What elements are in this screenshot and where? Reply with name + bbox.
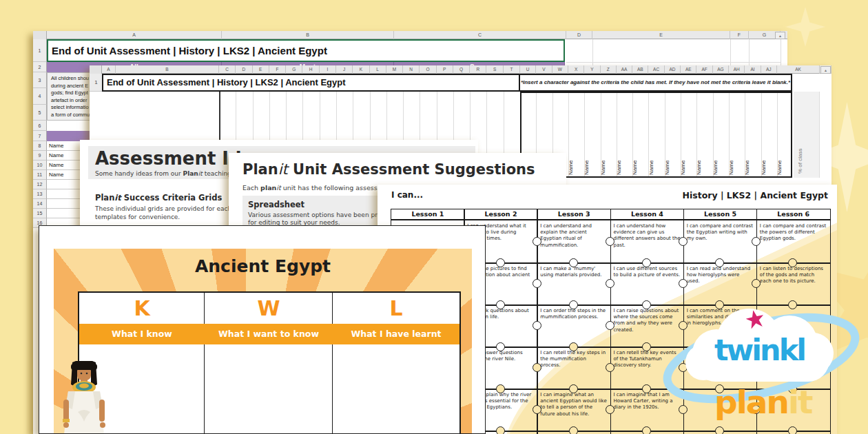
- puzzle-tab: [496, 300, 505, 309]
- criteria-cell-r5c4: I can imagine that I am Howard Carter, w…: [610, 389, 685, 432]
- column-header-Y: Y: [584, 65, 600, 74]
- puzzle-tab: [496, 258, 505, 267]
- criteria-cell-r4c3: I can retell the key steps in the mummif…: [537, 347, 611, 390]
- kwl-subheading-learnt: What I have learnt: [333, 324, 459, 344]
- rotated-name-label: Name: [583, 161, 590, 175]
- criteria-cell-r5c5: [683, 389, 758, 432]
- puzzle-tab: [569, 342, 578, 351]
- puzzle-tab: [569, 258, 578, 267]
- puzzle-tab: [569, 426, 578, 434]
- ican-header: I can...: [391, 190, 423, 200]
- puzzle-tab: [642, 384, 651, 393]
- puzzle-tab: [788, 300, 797, 309]
- ican-unit-title: History | LKS2 | Ancient Egypt: [683, 190, 828, 200]
- row-number-15: 15: [33, 209, 47, 218]
- column-header-J: J: [336, 65, 353, 74]
- row-number-6: 6: [33, 121, 47, 131]
- column-header-N: N: [403, 65, 420, 74]
- column-header-AI: AI: [745, 65, 761, 74]
- row-number-12: 12: [33, 180, 47, 189]
- column-header-AD: AD: [665, 65, 681, 74]
- column-header-M: M: [386, 65, 403, 74]
- column-header-C: C: [394, 31, 566, 39]
- brand-it: it: [114, 193, 121, 203]
- column-header-A: A: [47, 31, 222, 39]
- row-number-14: 14: [33, 199, 47, 209]
- rotated-name-label: Name: [712, 161, 719, 175]
- column-header-L: L: [370, 65, 386, 74]
- puzzle-tab: [788, 342, 797, 351]
- column-header-B: B: [222, 31, 394, 39]
- puzzle-tab: [715, 258, 724, 267]
- lesson-header-1: Lesson 1: [391, 209, 465, 220]
- criteria-cell-r2c6: I can listen to descriptions of the gods…: [756, 262, 831, 306]
- sheet-front-title-cell: End of Unit Assessment | History | LKS2 …: [102, 74, 520, 92]
- lesson-header-2: Lesson 2: [464, 209, 538, 220]
- column-header-E: E: [592, 31, 730, 39]
- criteria-cell-r4c4: I can retell the key events of the Tutan…: [610, 347, 685, 390]
- column-header-AB: AB: [632, 65, 648, 74]
- puzzle-tab: [715, 426, 724, 434]
- puzzle-tab: [642, 426, 651, 434]
- column-header-AF: AF: [696, 65, 712, 74]
- brand-plan: Plan: [242, 161, 278, 178]
- puzzle-tab: [606, 237, 614, 246]
- egyptian-character-illustration: [59, 361, 110, 434]
- rotated-name-label: Name: [696, 161, 702, 175]
- criteria-cell-r3c3: I can order the steps in the mummificati…: [537, 304, 611, 348]
- puzzle-tab: [533, 363, 541, 372]
- sheet-back-title-cell: End of Unit Assessment | History | LKS2 …: [47, 39, 565, 62]
- column-header-S: S: [486, 65, 503, 74]
- ideas-section-heading-text: Success Criteria Grids: [121, 193, 222, 203]
- suggestions-title-text: Unit Assessment Suggestions: [288, 161, 535, 178]
- column-header-U: U: [520, 65, 536, 74]
- puzzle-tab: [533, 237, 541, 246]
- brand-plan: Plan: [95, 193, 114, 203]
- kwl-subheading-band: What I know What I want to know What I h…: [79, 324, 459, 344]
- spreadsheet-section-heading: Spreadsheet: [248, 200, 304, 209]
- rotated-name-label: Name: [776, 161, 783, 175]
- column-header-AC: AC: [648, 65, 664, 74]
- column-header-O: O: [420, 65, 436, 74]
- rotated-name-label: Name: [632, 161, 638, 175]
- lesson-header-3: Lesson 3: [537, 209, 611, 220]
- brand-plan: Plan: [183, 170, 198, 177]
- ideas-subtitle-text: Some handy ideas from our: [95, 170, 183, 177]
- suggestions-title: Planit Unit Assessment Suggestions: [242, 161, 535, 178]
- puzzle-tab: [642, 342, 651, 351]
- row-number-2: 2: [33, 62, 47, 72]
- puzzle-tab: [788, 258, 797, 267]
- row-number-4: 4: [33, 88, 47, 105]
- puzzle-tab: [606, 321, 614, 330]
- suggestions-subtitle-text: Each: [242, 184, 260, 192]
- criteria-cell-r3c4: I can raise questions about where the so…: [610, 304, 685, 348]
- puzzle-tab: [606, 279, 614, 288]
- row-number-9: 9: [33, 151, 47, 161]
- kwl-title: Ancient Egypt: [54, 256, 472, 276]
- criteria-cell-r5c6: [756, 389, 831, 432]
- column-header-X: X: [568, 65, 584, 74]
- rotated-name-label: Name: [616, 161, 622, 175]
- criteria-cell-r1c6: I can compare and contrast the powers of…: [756, 220, 831, 264]
- criteria-cell-r2c4: I can use different sources to build a p…: [610, 262, 685, 306]
- column-header-C: C: [219, 65, 236, 74]
- kwl-letter-w: W: [205, 293, 333, 324]
- row-number-1: 1: [33, 39, 47, 62]
- puzzle-tab: [496, 342, 505, 351]
- select-all-corner: [33, 31, 47, 39]
- column-header-P: P: [437, 65, 453, 74]
- kwl-letter-l: L: [333, 293, 459, 324]
- criteria-cell-r2c5: I can read and understand how hieroglyph…: [683, 262, 758, 306]
- column-header-AH: AH: [729, 65, 745, 74]
- puzzle-tab: [788, 384, 797, 393]
- puzzle-tab: [606, 363, 614, 372]
- criteria-cell-r1c5: I can compare and contrast the Egyptian …: [683, 220, 758, 264]
- column-header-AA: AA: [617, 65, 632, 74]
- row-number-13: 13: [33, 189, 47, 199]
- row-number-7: 7: [33, 131, 47, 141]
- scrollbar-up-arrow: ▴: [820, 66, 831, 74]
- puzzle-tab: [679, 237, 688, 246]
- row-number-1: 1: [90, 74, 103, 92]
- column-header-I: I: [320, 65, 336, 74]
- twinkl-resource-preview: { "colors": { "background": "#F8E7A1", "…: [0, 0, 868, 434]
